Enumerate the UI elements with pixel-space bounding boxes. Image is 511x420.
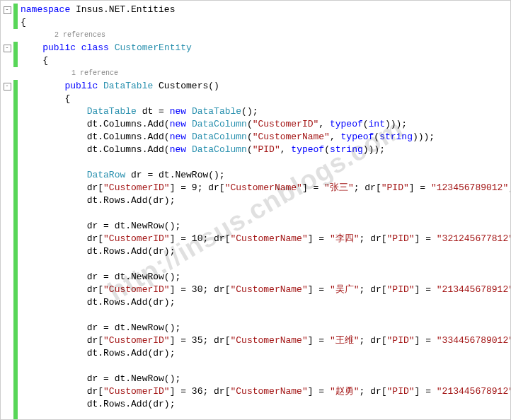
code-text: dr = dt.NewRow(); <box>18 373 510 385</box>
code-text: dt.Rows.Add(dr); <box>18 194 510 207</box>
code-line: dt.Rows.Add(dr); <box>1 296 510 309</box>
code-text: { <box>18 16 510 29</box>
code-text: DataTable dt = new DataTable(); <box>18 105 510 118</box>
code-text <box>18 258 510 271</box>
code-line <box>1 360 510 373</box>
code-line <box>1 207 510 220</box>
code-line: dr = dt.NewRow(); <box>1 220 510 233</box>
collapse-toggle-icon[interactable]: - <box>4 45 11 52</box>
code-line: dr["CustomerID"] = 35; dr["CustomerName"… <box>1 334 510 347</box>
code-line: DataRow dr = dt.NewRow(); <box>1 169 510 182</box>
code-line: dt.Rows.Add(dr); <box>1 245 510 258</box>
code-text: { <box>18 54 510 67</box>
code-text: dr["CustomerID"] = 35; dr["CustomerName"… <box>18 334 511 347</box>
code-text: namespace Insus.NET.Entities <box>18 4 510 16</box>
code-line: dr = dt.NewRow(); <box>1 373 510 385</box>
code-line: dr = dt.NewRow(); <box>1 322 510 334</box>
code-line: dr = dt.NewRow(); <box>1 271 510 284</box>
code-line: dt.Columns.Add(new DataColumn("PID", typ… <box>1 144 510 156</box>
code-line: - public DataTable Customers() <box>1 80 510 93</box>
code-line <box>1 258 510 271</box>
code-line: { <box>1 93 510 105</box>
code-line: dr["CustomerID"] = 30; dr["CustomerName"… <box>1 284 510 296</box>
code-editor: -namespace Insus.NET.Entities{ 2 referen… <box>1 1 510 420</box>
code-line <box>1 156 510 169</box>
code-line: dr["CustomerID"] = 36; dr["CustomerName"… <box>1 385 510 398</box>
code-text: public class CustomerEntity <box>18 42 510 54</box>
code-text <box>18 411 510 420</box>
code-text: dt.Rows.Add(dr); <box>18 296 510 309</box>
code-text: dr["CustomerID"] = 10; dr["CustomerName"… <box>18 233 511 245</box>
code-text: dr["CustomerID"] = 9; dr["CustomerName"]… <box>18 182 511 194</box>
code-line: dt.Rows.Add(dr); <box>1 398 510 411</box>
codelens-reference[interactable]: 2 references <box>18 29 510 42</box>
code-text <box>18 360 510 373</box>
code-line: DataTable dt = new DataTable(); <box>1 105 510 118</box>
gutter: - <box>1 83 13 91</box>
code-text: dt.Rows.Add(dr); <box>18 398 510 411</box>
code-text: dr = dt.NewRow(); <box>18 271 510 284</box>
code-text: { <box>18 93 510 105</box>
code-text <box>18 156 510 169</box>
code-line: 2 references <box>1 29 510 42</box>
code-text: dr = dt.NewRow(); <box>18 322 510 334</box>
code-text: dt.Columns.Add(new DataColumn("PID", typ… <box>18 144 510 156</box>
code-text: dr = dt.NewRow(); <box>18 220 510 233</box>
code-text: dt.Rows.Add(dr); <box>18 245 510 258</box>
code-line: dr["CustomerID"] = 9; dr["CustomerName"]… <box>1 182 510 194</box>
code-text: dr["CustomerID"] = 36; dr["CustomerName"… <box>18 385 511 398</box>
code-line: 1 reference <box>1 67 510 80</box>
code-line: { <box>1 54 510 67</box>
code-text <box>18 309 510 322</box>
code-line: dt.Rows.Add(dr); <box>1 194 510 207</box>
code-text <box>18 207 510 220</box>
collapse-toggle-icon[interactable]: - <box>4 6 11 14</box>
code-text: DataRow dr = dt.NewRow(); <box>18 169 510 182</box>
code-line: dt.Columns.Add(new DataColumn("CustomerN… <box>1 131 510 144</box>
code-line <box>1 411 510 420</box>
code-line: - public class CustomerEntity <box>1 42 510 54</box>
gutter: - <box>1 45 13 52</box>
code-text: public DataTable Customers() <box>18 80 510 93</box>
code-line: { <box>1 16 510 29</box>
code-line <box>1 309 510 322</box>
code-text: dr["CustomerID"] = 30; dr["CustomerName"… <box>18 284 511 296</box>
code-text: dt.Columns.Add(new DataColumn("CustomerN… <box>18 131 510 144</box>
code-line: -namespace Insus.NET.Entities <box>1 4 510 16</box>
gutter: - <box>1 6 13 14</box>
code-line: dt.Columns.Add(new DataColumn("CustomerI… <box>1 118 510 131</box>
code-line: dt.Rows.Add(dr); <box>1 347 510 360</box>
code-text: dt.Columns.Add(new DataColumn("CustomerI… <box>18 118 510 131</box>
code-line: dr["CustomerID"] = 10; dr["CustomerName"… <box>1 233 510 245</box>
codelens-reference[interactable]: 1 reference <box>18 67 510 80</box>
code-text: dt.Rows.Add(dr); <box>18 347 510 360</box>
collapse-toggle-icon[interactable]: - <box>4 83 11 91</box>
